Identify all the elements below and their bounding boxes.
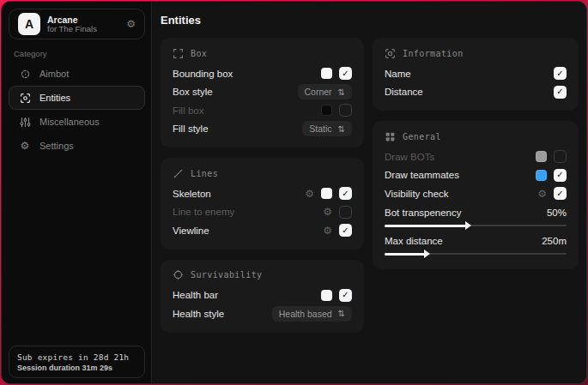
- card-header: General: [385, 129, 567, 144]
- setting-row: Draw BOTs: [385, 147, 567, 166]
- checkbox[interactable]: ✓: [554, 67, 567, 80]
- checkbox[interactable]: [339, 206, 352, 219]
- row-config-gear-icon[interactable]: ⚙: [323, 226, 332, 236]
- color-swatch[interactable]: [536, 170, 547, 181]
- setting-row: Visibility check⚙✓: [385, 184, 567, 203]
- sidebar-item-settings[interactable]: ⚙Settings: [9, 134, 145, 158]
- checkmark-icon: ✓: [342, 189, 349, 198]
- slider-row: Max distance250m: [385, 232, 567, 260]
- crosshair-icon: [19, 68, 31, 80]
- sub-expiry-text: Sub expires in 28d 21h: [17, 352, 136, 362]
- settings-card-box: BoxBounding box✓Box styleCorner⇅Fill box…: [161, 38, 364, 147]
- select-dropdown[interactable]: Corner⇅: [298, 84, 353, 99]
- app-logo: A: [18, 13, 40, 35]
- row-config-gear-icon[interactable]: ⚙: [305, 189, 314, 199]
- sidebar-nav: AimbotEntitiesMiscellaneous⚙Settings: [2, 62, 151, 158]
- select-value: Static: [309, 123, 331, 134]
- setting-label: Draw teammates: [385, 170, 459, 180]
- color-swatch[interactable]: [321, 68, 332, 79]
- page-title: Entities: [161, 14, 201, 27]
- target-icon: [173, 269, 184, 280]
- grid-icon: [385, 131, 396, 142]
- chevron-updown-icon: ⇅: [338, 124, 345, 134]
- checkbox[interactable]: ✓: [554, 169, 567, 182]
- color-swatch[interactable]: [536, 151, 547, 162]
- checkmark-icon: ✓: [342, 226, 349, 235]
- card-header: Survivability: [173, 268, 352, 283]
- setting-row: Box styleCorner⇅: [173, 83, 352, 102]
- settings-card-information: InformationName✓Distance✓: [373, 38, 579, 111]
- slider-value: 50%: [547, 208, 567, 218]
- row-controls: Static⇅: [302, 121, 352, 136]
- row-controls: Health based⇅: [272, 306, 352, 322]
- chevron-updown-icon: ⇅: [338, 309, 345, 318]
- checkbox[interactable]: [554, 150, 567, 163]
- checkbox[interactable]: [339, 104, 352, 117]
- sliders-icon: [19, 116, 31, 128]
- checkmark-icon: ✓: [556, 87, 563, 96]
- box-corners-icon: [173, 48, 184, 59]
- row-controls: ⚙✓: [323, 224, 352, 237]
- sidebar-item-label: Miscellaneous: [39, 117, 100, 127]
- sidebar-item-aimbot[interactable]: Aimbot: [9, 62, 145, 86]
- setting-label: Box style: [173, 87, 213, 97]
- sidebar-item-label: Aimbot: [39, 69, 69, 79]
- card-header: Box: [173, 45, 352, 61]
- card-title: Survivability: [191, 270, 262, 280]
- select-value: Corner: [305, 87, 332, 97]
- card-title: Box: [191, 49, 207, 58]
- setting-row: Viewline⚙✓: [173, 221, 352, 240]
- checkbox[interactable]: ✓: [339, 289, 352, 302]
- row-controls: [536, 150, 567, 163]
- checkmark-icon: ✓: [556, 69, 563, 78]
- row-config-gear-icon[interactable]: ⚙: [537, 189, 547, 199]
- setting-row: Bounding box✓: [173, 64, 352, 83]
- row-config-gear-icon[interactable]: ⚙: [323, 207, 332, 217]
- session-duration-text: Session duration 31m 29s: [17, 364, 136, 372]
- setting-row: Health bar✓: [173, 286, 352, 305]
- setting-label: Name: [385, 69, 411, 79]
- color-swatch[interactable]: [321, 188, 332, 199]
- sidebar-item-miscellaneous[interactable]: Miscellaneous: [9, 110, 145, 134]
- settings-card-survivability: SurvivabilityHealth bar✓Health styleHeal…: [161, 260, 364, 333]
- subscription-info: Sub expires in 28d 21h Session duration …: [9, 346, 145, 378]
- setting-row: Name✓: [385, 64, 567, 83]
- select-dropdown[interactable]: Static⇅: [302, 121, 352, 136]
- gear-icon[interactable]: ⚙: [126, 18, 136, 30]
- slider-track[interactable]: [385, 223, 567, 229]
- checkbox[interactable]: ✓: [339, 67, 352, 80]
- setting-row: Draw teammates✓: [385, 166, 567, 185]
- sidebar-item-entities[interactable]: Entities: [9, 86, 145, 110]
- settings-column-right: InformationName✓Distance✓GeneralDraw BOT…: [373, 38, 579, 269]
- slider-thumb-arrow-icon[interactable]: [465, 221, 471, 230]
- setting-label: Health bar: [173, 290, 218, 300]
- slider-row: Bot transpenency50%: [385, 203, 567, 232]
- slider-thumb-arrow-icon[interactable]: [424, 250, 430, 258]
- app-header: A Arcane for The Finals ⚙: [9, 9, 145, 39]
- category-label: Category: [14, 49, 47, 58]
- slider-track[interactable]: [385, 251, 567, 257]
- card-title: Lines: [191, 169, 218, 178]
- row-controls: Corner⇅: [298, 84, 353, 99]
- slider-fill: [385, 253, 425, 256]
- color-swatch[interactable]: [321, 290, 332, 301]
- setting-label: Health style: [173, 309, 224, 319]
- chevron-updown-icon: ⇅: [338, 87, 345, 97]
- row-controls: ✓: [321, 289, 352, 302]
- setting-label: Skeleton: [173, 189, 211, 199]
- select-dropdown[interactable]: Health based⇅: [272, 306, 352, 322]
- slider-value: 250m: [542, 236, 567, 246]
- setting-label: Line to enemy: [173, 207, 234, 217]
- checkmark-icon: ✓: [342, 69, 349, 78]
- checkbox[interactable]: ✓: [554, 86, 567, 99]
- checkbox[interactable]: ✓: [339, 224, 352, 237]
- card-header: Information: [385, 45, 567, 61]
- color-swatch[interactable]: [321, 105, 332, 116]
- checkbox[interactable]: ✓: [339, 187, 352, 200]
- scan-icon: [19, 92, 31, 104]
- setting-row: Distance✓: [385, 83, 567, 102]
- card-title: Information: [403, 49, 464, 58]
- setting-label: Draw BOTs: [385, 152, 434, 162]
- app-window: A Arcane for The Finals ⚙ Category Aimbo…: [1, 1, 587, 384]
- checkbox[interactable]: ✓: [554, 187, 567, 200]
